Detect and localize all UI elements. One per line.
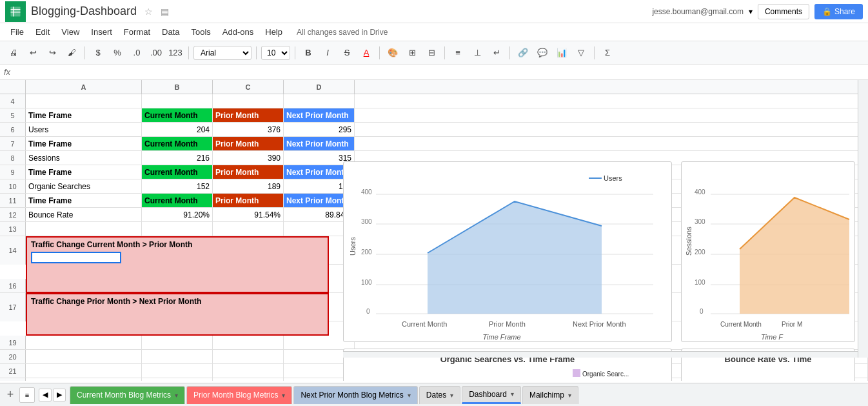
cell-a13[interactable]	[26, 222, 142, 236]
fill-color-button[interactable]: 🎨	[384, 45, 401, 61]
col-header-b[interactable]: B	[142, 80, 213, 94]
tab-dates[interactable]: Dates ▾	[419, 386, 460, 404]
tab-mailchimp[interactable]: Mailchimp ▾	[522, 386, 578, 404]
italic-button[interactable]: I	[319, 45, 336, 61]
cell-c11[interactable]: Prior Month	[213, 194, 284, 207]
cell-c5[interactable]: Prior Month	[213, 108, 284, 122]
font-selector[interactable]: Arial	[193, 46, 252, 60]
cell-d21[interactable]	[284, 364, 355, 378]
cell-c22[interactable]	[213, 378, 284, 381]
menu-view[interactable]: View	[56, 25, 84, 39]
paint-format-button[interactable]: 🖌	[63, 45, 80, 61]
menu-edit[interactable]: Edit	[30, 25, 55, 39]
decimal-decrease-button[interactable]: .0	[128, 45, 145, 61]
wrap-button[interactable]: ↵	[488, 45, 505, 61]
cell-b5[interactable]: Current Month	[142, 108, 213, 122]
cell-d5[interactable]: Next Prior Month	[284, 108, 355, 122]
col-header-d[interactable]: D	[284, 80, 355, 94]
cell-c12[interactable]: 91.54%	[213, 208, 284, 221]
text-color-button[interactable]: A	[358, 45, 375, 61]
menu-insert[interactable]: Insert	[86, 25, 117, 39]
cell-b11[interactable]: Current Month	[142, 194, 213, 207]
menu-data[interactable]: Data	[157, 25, 184, 39]
cell-d19[interactable]	[284, 336, 355, 349]
bold-button[interactable]: B	[300, 45, 317, 61]
cell-c20[interactable]	[213, 350, 284, 363]
menu-tools[interactable]: Tools	[186, 25, 215, 39]
cell-a12[interactable]: Bounce Rate	[26, 208, 142, 221]
strikethrough-button[interactable]: S	[339, 45, 355, 61]
cell-b4[interactable]	[142, 94, 213, 108]
formula-input[interactable]	[15, 68, 864, 77]
cell-c8[interactable]: 390	[213, 151, 284, 165]
tab-current-month[interactable]: Current Month Blog Metrics ▾	[70, 386, 185, 404]
cell-b12[interactable]: 91.20%	[142, 208, 213, 221]
cell-d4[interactable]	[284, 94, 355, 108]
cell-c7[interactable]: Prior Month	[213, 137, 284, 150]
print-button[interactable]: 🖨	[5, 45, 22, 61]
right-scrollbar[interactable]	[858, 80, 868, 358]
cell-d11[interactable]: Next Prior Month	[284, 194, 355, 207]
cell-a8[interactable]: Sessions	[26, 151, 142, 165]
cell-a5[interactable]: Time Frame	[26, 108, 142, 122]
cell-a21[interactable]	[26, 364, 142, 378]
cell-c21[interactable]	[213, 364, 284, 378]
functions-button[interactable]: Σ	[599, 45, 616, 61]
percent-button[interactable]: %	[109, 45, 126, 61]
add-sheet-button[interactable]: +	[3, 387, 18, 403]
cell-c6[interactable]: 376	[213, 123, 284, 136]
cell-b8[interactable]: 216	[142, 151, 213, 165]
redo-button[interactable]: ↪	[44, 45, 61, 61]
cell-a11[interactable]: Time Frame	[26, 194, 142, 207]
filter-button[interactable]: ▽	[573, 45, 589, 61]
valign-button[interactable]: ⊥	[469, 45, 486, 61]
cell-a10[interactable]: Organic Searches	[26, 179, 142, 193]
share-button[interactable]: 🔒 Share	[814, 4, 863, 19]
link-button[interactable]: 🔗	[515, 45, 531, 61]
cell-b22[interactable]	[142, 378, 213, 381]
cell-d13[interactable]	[284, 222, 355, 236]
tab-prior-month[interactable]: Prior Month Blog Metrics ▾	[186, 386, 292, 404]
cell-b13[interactable]	[142, 222, 213, 236]
cell-d8[interactable]: 315	[284, 151, 355, 165]
cell-a19[interactable]	[26, 336, 142, 349]
cell-c10[interactable]: 189	[213, 179, 284, 193]
cell-b9[interactable]: Current Month	[142, 165, 213, 179]
align-button[interactable]: ≡	[449, 45, 466, 61]
menu-help[interactable]: Help	[260, 25, 288, 39]
comment-button[interactable]: 💬	[534, 45, 551, 61]
cell-b20[interactable]	[142, 350, 213, 363]
cell-a22[interactable]	[26, 378, 142, 381]
menu-addons[interactable]: Add-ons	[217, 25, 259, 39]
undo-button[interactable]: ↩	[25, 45, 41, 61]
decimal-increase-button[interactable]: .00	[148, 45, 164, 61]
cell-c19[interactable]	[213, 336, 284, 349]
menu-format[interactable]: Format	[119, 25, 155, 39]
prev-sheet-button[interactable]: ◀	[39, 389, 52, 401]
cell-c13[interactable]	[213, 222, 284, 236]
star-icon[interactable]: ☆	[144, 6, 153, 17]
tab-next-prior-month[interactable]: Next Prior Month Blog Metrics ▾	[293, 386, 417, 404]
cell-d7[interactable]: Next Prior Month	[284, 137, 355, 150]
cell-b21[interactable]	[142, 364, 213, 378]
cell-d12[interactable]: 89.84%	[284, 208, 355, 221]
cell-c4[interactable]	[213, 94, 284, 108]
cell-a4[interactable]	[26, 94, 142, 108]
currency-button[interactable]: $	[90, 45, 106, 61]
cell-d9[interactable]: Next Prior Month	[284, 165, 355, 179]
folder-icon[interactable]: ▤	[161, 6, 169, 17]
cell-a7[interactable]: Time Frame	[26, 137, 142, 150]
chart-button[interactable]: 📊	[553, 45, 570, 61]
cell-b15-selected[interactable]	[31, 252, 121, 263]
cell-d10[interactable]: 169	[284, 179, 355, 193]
comments-button[interactable]: Comments	[758, 4, 809, 19]
cell-b7[interactable]: Current Month	[142, 137, 213, 150]
font-size-selector[interactable]: 10	[261, 46, 290, 60]
col-header-a[interactable]: A	[26, 80, 142, 94]
menu-file[interactable]: File	[5, 25, 29, 39]
sheets-menu-button[interactable]: ≡	[19, 387, 35, 403]
format-number-button[interactable]: 123	[167, 45, 184, 61]
cell-c9[interactable]: Prior Month	[213, 165, 284, 179]
borders-button[interactable]: ⊞	[404, 45, 420, 61]
col-header-c[interactable]: C	[213, 80, 284, 94]
